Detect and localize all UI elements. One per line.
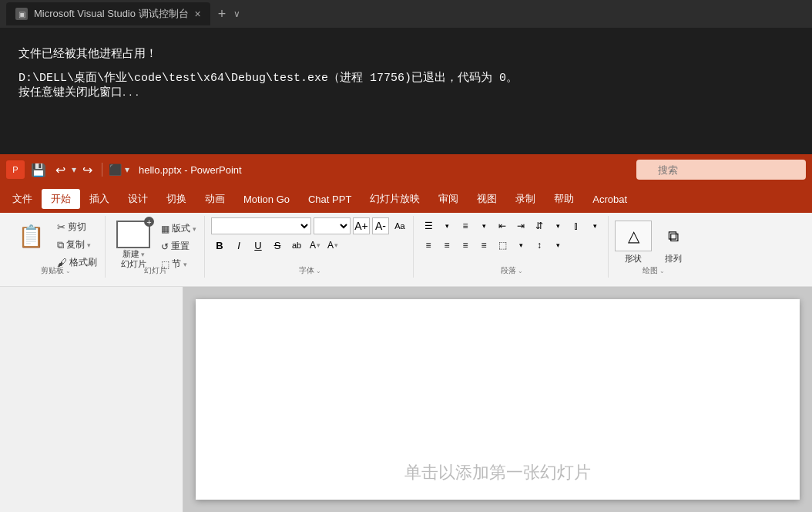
font-increase-button[interactable]: A+ xyxy=(353,217,370,234)
align-center-button[interactable]: ≡ xyxy=(438,237,455,254)
shapes-button[interactable]: △ xyxy=(615,221,652,251)
redo-button[interactable]: ↪ xyxy=(79,161,96,179)
layout-dropdown[interactable]: ▾ xyxy=(193,225,196,233)
font-expand-icon[interactable]: ⌄ xyxy=(316,268,321,275)
font-content: A+ A- Aa B I U S ab A ▾ xyxy=(211,217,408,254)
menu-home[interactable]: 开始 xyxy=(42,189,80,209)
cut-label: 剪切 xyxy=(68,221,86,234)
copy-button[interactable]: ⧉ 复制 ▾ xyxy=(54,237,100,253)
numbered-list-dropdown[interactable]: ▾ xyxy=(475,217,492,234)
copy-dropdown[interactable]: ▾ xyxy=(87,241,91,249)
cut-button[interactable]: ✂ 剪切 xyxy=(54,219,100,235)
numbered-list-button[interactable]: ≡ xyxy=(457,217,474,234)
menu-insert[interactable]: 插入 xyxy=(80,189,119,209)
font-decrease-button[interactable]: A- xyxy=(372,217,389,234)
paste-button[interactable]: 📋 xyxy=(11,219,51,253)
highlight-color-button[interactable]: A ▾ xyxy=(325,237,341,254)
undo-dropdown[interactable]: ▾ xyxy=(72,164,76,175)
menu-slideshow[interactable]: 幻灯片放映 xyxy=(361,189,429,209)
new-slide-button[interactable]: + 新建 ▾ 幻灯片 xyxy=(112,219,155,271)
bullet-list-dropdown[interactable]: ▾ xyxy=(438,217,455,234)
terminal-line3: 按任意键关闭此窗口. . . xyxy=(18,85,794,99)
new-slide-plus: + xyxy=(144,217,154,227)
underline-button[interactable]: U xyxy=(250,237,267,254)
new-slide-dropdown[interactable]: ▾ xyxy=(141,251,145,258)
menu-view[interactable]: 视图 xyxy=(468,189,506,209)
columns-button[interactable]: ⫿ xyxy=(568,217,585,234)
font-name-select[interactable] xyxy=(211,217,311,234)
menu-review[interactable]: 审阅 xyxy=(429,189,468,209)
slide-hint[interactable]: 单击以添加第一张幻灯片 xyxy=(404,461,591,484)
layout-button[interactable]: ▦ 版式 ▾ xyxy=(158,221,200,237)
reset-button[interactable]: ↺ 重置 xyxy=(158,238,200,254)
slide-canvas[interactable]: 单击以添加第一张幻灯片 xyxy=(196,299,800,500)
slide-label: 幻灯片 xyxy=(144,265,167,276)
save-button[interactable]: 💾 xyxy=(28,161,49,179)
drawing-content: △ 形状 ⧉ 排列 xyxy=(615,217,692,267)
clear-format-button[interactable]: Aa xyxy=(391,217,408,234)
menu-transitions[interactable]: 切换 xyxy=(157,189,196,209)
text-direction-dropdown[interactable]: ▾ xyxy=(549,217,566,234)
font-color-dropdown[interactable]: ▾ xyxy=(317,241,320,249)
align-left-button[interactable]: ≡ xyxy=(420,237,437,254)
menu-motion-go[interactable]: Motion Go xyxy=(234,190,299,208)
highlight-dropdown[interactable]: ▾ xyxy=(334,241,338,249)
slide-canvas-area[interactable]: 单击以添加第一张幻灯片 xyxy=(183,287,812,512)
arrange-section: ⧉ 排列 xyxy=(655,219,692,264)
ppt-title: hello.pptx - PowerPoint xyxy=(139,164,242,176)
menu-design[interactable]: 设计 xyxy=(119,189,157,209)
ppt-menubar: 文件 开始 插入 设计 切换 动画 Motion Go Chat PPT 幻灯片… xyxy=(0,185,812,213)
ribbon-group-font: A+ A- Aa B I U S ab A ▾ xyxy=(206,216,414,278)
para-expand-icon[interactable]: ⌄ xyxy=(518,268,523,275)
line-spacing-button[interactable]: ↕ xyxy=(531,237,548,254)
menu-animations[interactable]: 动画 xyxy=(196,189,234,209)
strikethrough-button[interactable]: S xyxy=(269,237,286,254)
text-direction-button[interactable]: ⇵ xyxy=(531,217,548,234)
font-row1: A+ A- Aa xyxy=(211,217,408,234)
copy-icon: ⧉ xyxy=(57,239,64,251)
terminal-tab-add[interactable]: + xyxy=(213,6,231,22)
quick-access-dropdown[interactable]: ▾ xyxy=(125,164,129,175)
drawing-expand-icon[interactable]: ⌄ xyxy=(659,268,665,275)
ppt-ribbon: 📋 ✂ 剪切 ⧉ 复制 ▾ 🖌 xyxy=(0,213,812,287)
font-color-button[interactable]: A ▾ xyxy=(307,237,323,254)
terminal-line2: D:\DELL\桌面\作业\code\test\x64\Debug\test.e… xyxy=(18,70,794,85)
clipboard-expand-icon[interactable]: ⌄ xyxy=(65,268,71,275)
line-spacing-dropdown[interactable]: ▾ xyxy=(549,237,566,254)
terminal-tab[interactable]: ▣ Microsoft Visual Studio 调试控制台 × xyxy=(6,2,210,25)
smart-art-dropdown[interactable]: ▾ xyxy=(512,237,529,254)
terminal-tab-dropdown[interactable]: ∨ xyxy=(233,8,240,19)
section-dropdown[interactable]: ▾ xyxy=(183,261,187,268)
search-input[interactable] xyxy=(636,160,806,180)
shapes-label: 形状 xyxy=(625,253,642,264)
bold-button[interactable]: B xyxy=(211,237,228,254)
reset-icon: ↺ xyxy=(161,241,169,252)
shadow-button[interactable]: ab xyxy=(288,237,305,254)
menu-acrobat[interactable]: Acrobat xyxy=(583,190,636,208)
decrease-indent-button[interactable]: ⇤ xyxy=(494,217,511,234)
justify-button[interactable]: ≡ xyxy=(475,237,492,254)
undo-button[interactable]: ↩ xyxy=(52,161,69,179)
quick-access-more[interactable]: ⬛ xyxy=(109,163,122,176)
ribbon-groups: 📋 ✂ 剪切 ⧉ 复制 ▾ 🖌 xyxy=(6,216,806,284)
arrange-button[interactable]: ⧉ xyxy=(655,221,692,251)
terminal-window: ▣ Microsoft Visual Studio 调试控制台 × + ∨ 文件… xyxy=(0,0,812,154)
bullet-list-button[interactable]: ☰ xyxy=(420,217,437,234)
align-right-button[interactable]: ≡ xyxy=(457,237,474,254)
search-wrap: 🔍 xyxy=(636,160,806,180)
smart-art-button[interactable]: ⬚ xyxy=(494,237,511,254)
menu-file[interactable]: 文件 xyxy=(3,189,42,209)
menu-chat-ppt[interactable]: Chat PPT xyxy=(299,190,361,208)
italic-button[interactable]: I xyxy=(230,237,247,254)
arrange-label: 排列 xyxy=(665,253,682,264)
menu-record[interactable]: 录制 xyxy=(506,189,545,209)
paste-icon: 📋 xyxy=(17,222,45,250)
clipboard-right: ✂ 剪切 ⧉ 复制 ▾ 🖌 格式刷 xyxy=(54,219,100,271)
terminal-tab-close[interactable]: × xyxy=(195,8,201,20)
divider xyxy=(102,163,102,177)
menu-help[interactable]: 帮助 xyxy=(545,189,583,209)
font-size-select[interactable] xyxy=(314,217,351,234)
increase-indent-button[interactable]: ⇥ xyxy=(512,217,529,234)
powerpoint-app: P 💾 ↩ ▾ ↪ ⬛ ▾ hello.pptx - PowerPoint 🔍 … xyxy=(0,154,812,512)
columns-dropdown[interactable]: ▾ xyxy=(586,217,603,234)
